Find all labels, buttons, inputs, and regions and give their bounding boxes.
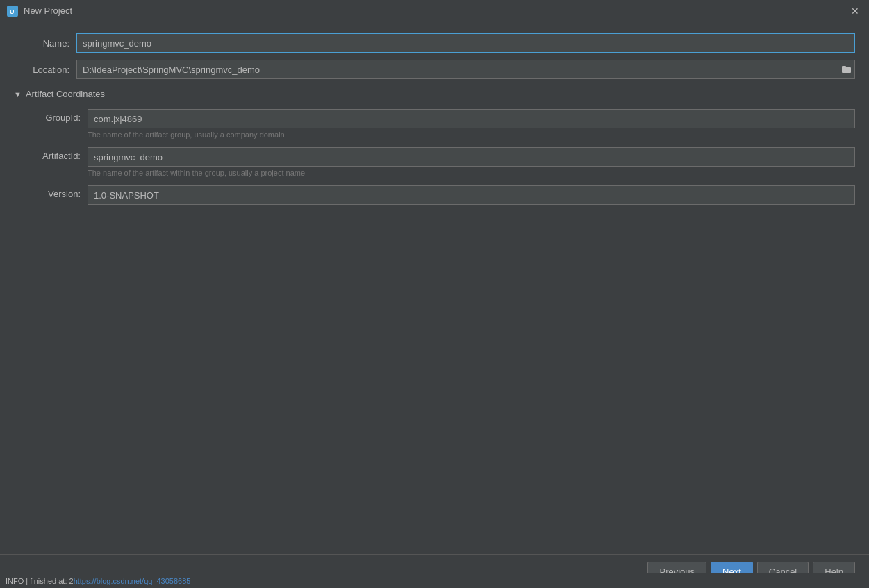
- svg-text:U: U: [10, 8, 15, 15]
- section-title: Artifact Coordinates: [26, 89, 105, 99]
- toggle-icon: ▼: [14, 90, 22, 99]
- dialog-content: Name: Location: ▼ Artifact Coordinates: [0, 22, 869, 554]
- artifact-coordinates-section: ▼ Artifact Coordinates GroupId: The name…: [14, 86, 855, 205]
- location-row: Location:: [14, 60, 855, 79]
- groupid-label: GroupId:: [25, 109, 88, 123]
- dialog-titlebar: U New Project ✕: [0, 0, 869, 22]
- artifactid-hint: The name of the artifact within the grou…: [88, 169, 855, 177]
- name-label: Name:: [14, 38, 76, 49]
- groupid-field-wrapper: The name of the artifact group, usually …: [88, 109, 855, 144]
- dialog-icon: U: [7, 6, 18, 17]
- version-field-wrapper: [88, 185, 855, 205]
- version-input[interactable]: [88, 185, 855, 205]
- location-input-wrapper: [76, 60, 855, 79]
- location-label: Location:: [14, 65, 76, 75]
- artifactid-input[interactable]: [88, 147, 855, 167]
- version-row: Version:: [25, 185, 855, 205]
- artifactid-field-wrapper: The name of the artifact within the grou…: [88, 147, 855, 183]
- close-button[interactable]: ✕: [848, 4, 862, 18]
- name-input[interactable]: [76, 33, 855, 53]
- artifactid-label: ArtifactId:: [25, 147, 88, 161]
- artifact-fields: GroupId: The name of the artifact group,…: [14, 109, 855, 205]
- statusbar-link[interactable]: https://blog.csdn.net/qq_43058685: [74, 577, 191, 585]
- groupid-row: GroupId: The name of the artifact group,…: [25, 109, 855, 144]
- groupid-input[interactable]: [88, 109, 855, 128]
- location-input[interactable]: [76, 60, 838, 79]
- statusbar: INFO | finished at: 2 https://blog.csdn.…: [0, 573, 869, 588]
- svg-rect-3: [842, 66, 846, 69]
- artifact-coordinates-header[interactable]: ▼ Artifact Coordinates: [14, 86, 855, 102]
- intellij-icon: U: [8, 7, 17, 15]
- statusbar-prefix: INFO | finished at: 2: [6, 577, 74, 585]
- folder-icon: [842, 65, 852, 74]
- groupid-hint: The name of the artifact group, usually …: [88, 131, 855, 139]
- name-row: Name:: [14, 33, 855, 53]
- browse-button[interactable]: [838, 60, 855, 79]
- artifactid-row: ArtifactId: The name of the artifact wit…: [25, 147, 855, 183]
- dialog-title: New Project: [24, 6, 848, 16]
- version-label: Version:: [25, 185, 88, 199]
